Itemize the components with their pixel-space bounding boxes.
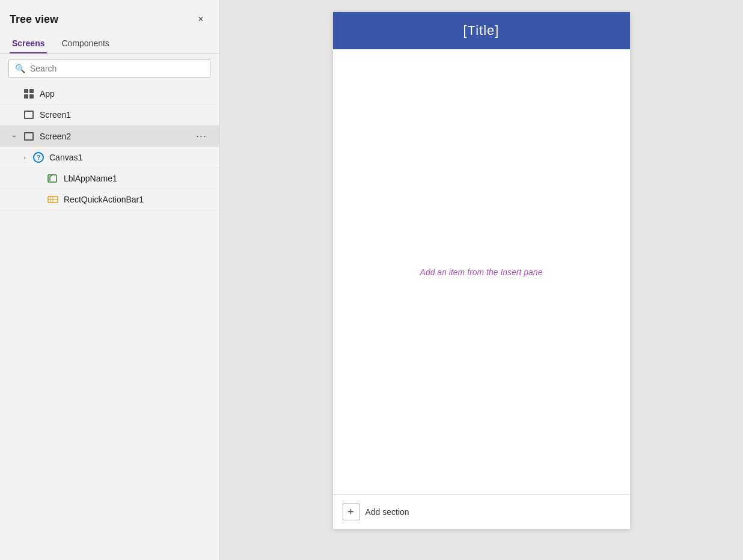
lblappname1-label: LblAppName1 [64,174,209,183]
app-label: App [40,89,209,99]
panel-header: Tree view × [0,0,219,34]
canvas-container: [Title] Add an item from the Insert pane… [333,12,630,529]
tree-view-panel: Tree view × Screens Components 🔍 › App › [0,0,219,560]
canvas-icon: ? [32,151,44,163]
insert-hint: Add an item from the Insert pane [420,267,543,277]
tree-item-app[interactable]: › App [0,84,219,105]
panel-title: Tree view [10,13,58,26]
screen1-label: Screen1 [40,110,209,120]
canvas-footer: + Add section [333,495,630,529]
app-icon [23,88,35,100]
canvas1-label: Canvas1 [49,153,209,162]
screen2-label: Screen2 [40,132,194,141]
tree-content: › App › Screen1 › Screen2 ··· [0,84,219,560]
search-icon: 🔍 [15,64,25,73]
canvas-area: [Title] Add an item from the Insert pane… [219,0,743,560]
more-button-screen2[interactable]: ··· [194,130,209,142]
rect-icon [47,193,59,205]
tab-screens[interactable]: Screens [10,34,47,53]
tab-components[interactable]: Components [59,34,111,53]
canvas-title: [Title] [333,12,630,49]
close-button[interactable]: × [192,11,209,28]
rectquickactionbar1-label: RectQuickActionBar1 [64,195,209,204]
plus-icon: + [343,504,359,520]
tree-item-canvas1[interactable]: › ? Canvas1 [0,147,219,168]
screen-icon-2 [23,130,35,142]
tree-item-screen2[interactable]: › Screen2 ··· [0,126,219,147]
add-section-label: Add section [365,507,409,517]
svg-rect-0 [48,175,57,182]
label-icon [47,172,59,184]
canvas-body: Add an item from the Insert pane [333,49,630,495]
tree-item-screen1[interactable]: › Screen1 [0,105,219,126]
screen-icon-1 [23,109,35,121]
tabs-row: Screens Components [0,34,219,53]
chevron-screen2[interactable]: › [10,131,20,142]
add-section-button[interactable]: + Add section [343,504,409,520]
chevron-canvas1[interactable]: › [19,152,30,163]
search-input[interactable] [30,64,204,73]
tree-item-rectquickactionbar1[interactable]: › RectQuickActionBar1 [0,189,219,210]
tree-item-lblappname1[interactable]: › LblAppName1 [0,168,219,189]
search-box: 🔍 [8,59,210,78]
